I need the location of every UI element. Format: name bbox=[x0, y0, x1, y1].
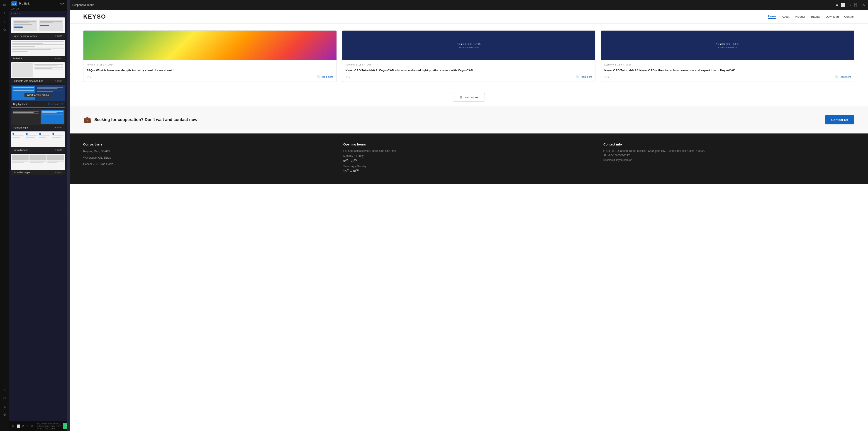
contact-us-button[interactable]: Contact Us bbox=[825, 115, 855, 124]
insert-highlight-right-btn[interactable]: + Insert bbox=[54, 126, 63, 129]
icon-grid[interactable]: ⊞ bbox=[1, 2, 8, 8]
template-card-full-width[interactable]: Full width + Insert bbox=[11, 40, 65, 61]
nav-product[interactable]: Product bbox=[795, 15, 805, 19]
close-button[interactable]: ✕ bbox=[862, 2, 865, 7]
thumb-line bbox=[13, 89, 28, 89]
footer-saturday-label: Saturday – Sunday: bbox=[343, 165, 594, 168]
nav-tutorial[interactable]: Tutorial bbox=[810, 15, 820, 19]
icon-link[interactable]: ⧈ bbox=[1, 403, 8, 410]
preview-container: KEYSO Home About Product Tutorial Downlo… bbox=[70, 10, 868, 431]
thumb-line bbox=[37, 91, 53, 92]
device-tablet-icon[interactable]: ⬜ bbox=[17, 424, 20, 428]
thumb-line bbox=[12, 43, 43, 44]
template-card-highlight-right[interactable]: Highlight right + Insert bbox=[11, 109, 65, 130]
tablet-portrait-icon[interactable]: ▭ bbox=[847, 3, 851, 7]
footer-phone: ☎ +86-15605603217 bbox=[603, 154, 855, 157]
card-label: Equal height of wraps bbox=[13, 35, 37, 37]
thumb-line bbox=[40, 23, 53, 23]
template-card-list-icons[interactable]: List with icons + Insert bbox=[11, 131, 65, 153]
insert-equal-height-btn[interactable]: + Insert bbox=[54, 34, 63, 38]
template-card-highlight-left[interactable]: Insert to your project Highlight left + … bbox=[11, 85, 65, 108]
thumb-line bbox=[29, 161, 46, 162]
card-label-row: Full width with side padding + Insert bbox=[11, 78, 65, 84]
insert-highlight-left-btn[interactable]: + + Insert bbox=[48, 102, 63, 106]
icon-strip: ⊞ ＋ ↕ ⧉ ≡ ↺ ⧈ ⚙ bbox=[0, 0, 9, 431]
collapse-handle[interactable]: ‹ bbox=[67, 0, 70, 431]
thumb-line bbox=[52, 137, 61, 137]
template-card-list-images[interactable]: List with images + Insert bbox=[11, 154, 65, 175]
insert-list-icons-btn[interactable]: + Insert bbox=[54, 148, 63, 152]
footer-partner-2: Wavelength OE, ZBtek bbox=[83, 156, 334, 160]
thumb-left-col bbox=[12, 110, 40, 124]
card-label: Highlight right bbox=[13, 126, 28, 129]
location-icon: □ bbox=[603, 149, 605, 153]
update-button[interactable]: Update bbox=[63, 423, 67, 429]
thumb-line bbox=[29, 162, 43, 163]
thumb-line bbox=[26, 137, 35, 137]
nav-home[interactable]: Home bbox=[768, 14, 776, 19]
post-meta-3: Keyso on ⏱ 18 9 月, 2024 bbox=[604, 63, 851, 66]
redo-icon[interactable]: ↻ bbox=[26, 424, 29, 428]
insert-full-side-btn[interactable]: + Insert bbox=[54, 79, 63, 82]
responsive-mode-label: Responsive mode bbox=[72, 3, 94, 7]
post-card-3: KEYSO CO., LTD. WWW.KEYSO.COM.CN Keyso o… bbox=[601, 30, 855, 82]
template-preview-highlight-right bbox=[11, 109, 65, 125]
insert-full-width-btn[interactable]: + Insert bbox=[54, 57, 63, 60]
thumb-line bbox=[13, 87, 34, 88]
post-meta-2: Keyso on ⏱ 18 9 月, 2024 bbox=[346, 63, 592, 66]
nav-links: Home About Product Tutorial Download Con… bbox=[768, 14, 855, 19]
desktop-icon[interactable]: 🖥 bbox=[835, 3, 839, 7]
post-title-3: KeysoCAD Tutorial-0.2.1 KeysoCAD – How t… bbox=[604, 68, 851, 73]
post-body-2: Keyso on ⏱ 18 9 月, 2024 KeysoCAD Tutoria… bbox=[342, 60, 595, 81]
template-preview-list-images bbox=[11, 154, 65, 170]
thumb-line bbox=[12, 51, 28, 52]
sidebar-version: V27.5.9 bbox=[9, 7, 67, 11]
load-more-button[interactable]: ⊞ Load more bbox=[453, 93, 485, 101]
sidebar-filter[interactable]: All ▾ bbox=[60, 2, 65, 5]
nav-download[interactable]: Download bbox=[826, 15, 839, 19]
insert-list-images-btn[interactable]: + Insert bbox=[54, 171, 63, 174]
icon-layers[interactable]: ⧉ bbox=[1, 26, 8, 33]
post-card-1: Keyso on ⏱ 18 9 月, 2024 FAQ – What is la… bbox=[83, 30, 337, 82]
icon-stack[interactable]: ≡ bbox=[1, 387, 8, 393]
icon-add[interactable]: ＋ bbox=[1, 10, 8, 16]
insert-tooltip: Insert to your project bbox=[24, 93, 52, 97]
thumb-image bbox=[29, 155, 46, 160]
thumb-line bbox=[52, 135, 63, 136]
nav-about[interactable]: About bbox=[782, 15, 789, 19]
post-card-2: KEYSO CO., LTD. WWW.KEYSO.COM.CN Keyso o… bbox=[342, 30, 596, 82]
sidebar-title: Pre-Built bbox=[19, 2, 58, 5]
template-preview-full-side bbox=[11, 62, 65, 78]
footer-partners: Our partners Raycus, Max, SCAPS Waveleng… bbox=[83, 142, 334, 175]
thumb-left-col bbox=[12, 63, 33, 77]
sidebar-header: Be Pre-Built All ▾ bbox=[9, 0, 67, 7]
sidebar-section-label: columns bbox=[9, 11, 67, 15]
mobile-icon[interactable]: 📱 bbox=[853, 3, 858, 7]
card-label-row: Full width + Insert bbox=[11, 56, 65, 61]
undo-icon[interactable]: ↺ bbox=[22, 424, 25, 428]
icon-settings[interactable]: ⚙ bbox=[1, 411, 8, 418]
thumb-line bbox=[12, 41, 64, 42]
card-label-row: Highlight left + + Insert bbox=[11, 101, 65, 107]
post-readmore-3[interactable]: 📄 Read more bbox=[835, 75, 851, 78]
thumb-line bbox=[37, 90, 63, 91]
be-logo: Be bbox=[11, 1, 17, 6]
card-label: Full width with side padding bbox=[13, 79, 43, 82]
post-readmore-1[interactable]: 📄 Read more bbox=[317, 75, 333, 78]
post-title-2: KeysoCAD Tutorial-0.3. KeysoCAD – How to… bbox=[346, 68, 592, 73]
device-desktop-icon[interactable]: 🖥 bbox=[12, 424, 15, 428]
thumb-line bbox=[34, 64, 63, 65]
nav-contact[interactable]: Contact bbox=[844, 15, 855, 19]
post-readmore-2[interactable]: 📄 Read more bbox=[576, 75, 592, 78]
template-card-equal-height[interactable]: Equal height of wraps + Insert bbox=[11, 18, 65, 38]
icon-refresh[interactable]: ↺ bbox=[1, 395, 8, 402]
footer-partner-3: Hancel, JGZ, Sino-Galvo... bbox=[83, 162, 334, 166]
template-card-full-width-side[interactable]: Full width with side padding + Insert bbox=[11, 62, 65, 84]
thumb-col-left bbox=[13, 20, 37, 31]
eye-icon[interactable]: 👁 bbox=[31, 424, 34, 428]
post-likes-3: ♡ 0 bbox=[604, 75, 609, 78]
post-footer-1: ♡ 0 📄 Read more bbox=[87, 75, 333, 78]
icon-move[interactable]: ↕ bbox=[1, 18, 8, 25]
sidebar: Be Pre-Built All ▾ V27.5.9 columns bbox=[9, 0, 67, 431]
tablet-landscape-icon[interactable]: ⬜ bbox=[841, 3, 845, 7]
